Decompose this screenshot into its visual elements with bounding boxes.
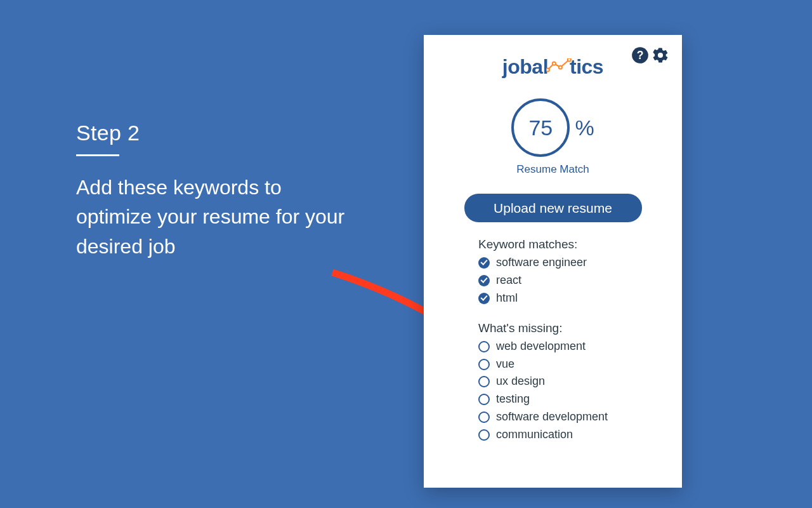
missing-item: vue (478, 356, 657, 373)
missing-list: web developmentvueux designtestingsoftwa… (478, 338, 657, 444)
svg-point-1 (552, 62, 555, 65)
brand-chart-icon (546, 54, 572, 68)
score-unit: % (575, 116, 594, 140)
match-text: html (496, 290, 518, 307)
step-underline (76, 154, 119, 156)
score-section: 75 % Resume Match (443, 98, 663, 176)
missing-item: software development (478, 408, 657, 426)
keyword-lists: Keyword matches: software engineerreacth… (443, 237, 663, 444)
svg-point-0 (546, 68, 549, 71)
check-icon (478, 275, 490, 286)
panel-header: jobal tics ? (443, 51, 663, 82)
check-icon (478, 257, 490, 269)
missing-text: vue (496, 356, 514, 373)
match-text: react (496, 272, 521, 290)
matches-list: software engineerreacthtml (478, 254, 657, 307)
missing-item: ux design (478, 373, 657, 391)
score-label: Resume Match (516, 163, 589, 176)
matches-title: Keyword matches: (478, 237, 657, 251)
gear-icon[interactable] (652, 46, 669, 64)
missing-text: communication (496, 426, 573, 444)
score-row: 75 % (511, 98, 594, 157)
brand-logo: jobal tics (502, 55, 603, 79)
help-icon[interactable]: ? (631, 46, 649, 64)
circle-icon (478, 359, 490, 370)
circle-icon (478, 411, 490, 423)
circle-icon (478, 341, 490, 352)
missing-item: communication (478, 426, 657, 444)
missing-block: What's missing: web developmentvueux des… (478, 321, 657, 444)
match-item: html (478, 290, 657, 307)
missing-text: software development (496, 408, 608, 426)
missing-title: What's missing: (478, 321, 657, 335)
match-item: software engineer (478, 254, 657, 272)
missing-text: testing (496, 391, 530, 408)
circle-icon (478, 394, 490, 405)
match-text: software engineer (496, 254, 587, 272)
upload-resume-button[interactable]: Upload new resume (464, 194, 642, 222)
top-icons: ? (631, 46, 669, 64)
step-label: Step 2 (76, 121, 349, 145)
circle-icon (478, 429, 490, 441)
circle-icon (478, 376, 490, 387)
missing-item: web development (478, 338, 657, 356)
brand-part2: tics (570, 55, 603, 79)
missing-text: web development (496, 338, 586, 356)
match-item: react (478, 272, 657, 290)
extension-panel: jobal tics ? 75 (424, 35, 682, 488)
svg-point-3 (567, 58, 570, 62)
check-icon (478, 293, 490, 304)
brand-part1: jobal (502, 55, 548, 79)
missing-text: ux design (496, 373, 545, 391)
missing-item: testing (478, 391, 657, 408)
svg-text:?: ? (637, 49, 644, 62)
score-value: 75 (528, 116, 553, 140)
score-circle: 75 (511, 98, 570, 157)
left-copy: Step 2 Add these keywords to optimize yo… (76, 121, 349, 261)
headline: Add these keywords to optimize your resu… (76, 173, 349, 261)
svg-point-2 (558, 65, 561, 69)
